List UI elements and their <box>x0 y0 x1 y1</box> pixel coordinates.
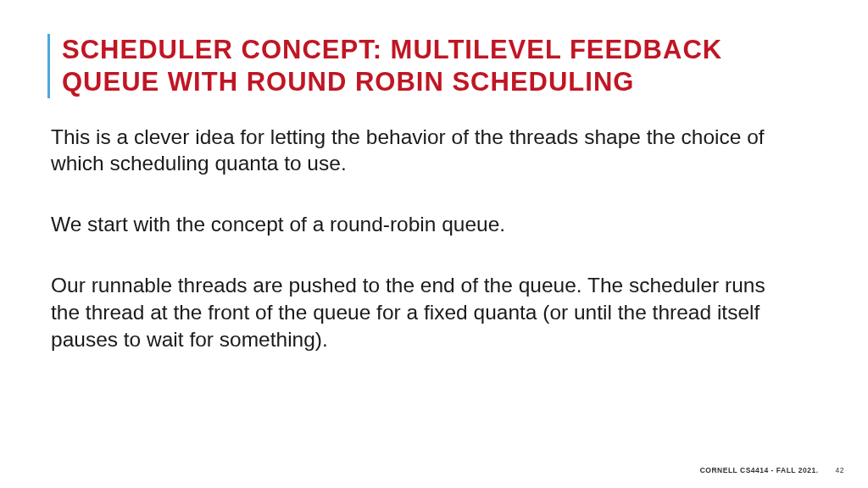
paragraph: Our runnable threads are pushed to the e… <box>51 272 787 353</box>
title-block: SCHEDULER CONCEPT: MULTILEVEL FEEDBACK Q… <box>47 34 821 98</box>
paragraph: This is a clever idea for letting the be… <box>51 124 787 178</box>
slide-body: This is a clever idea for letting the be… <box>47 124 821 353</box>
footer-page-number: 42 <box>836 466 844 474</box>
slide-title: SCHEDULER CONCEPT: MULTILEVEL FEEDBACK Q… <box>62 34 821 98</box>
slide: SCHEDULER CONCEPT: MULTILEVEL FEEDBACK Q… <box>0 0 868 488</box>
paragraph: We start with the concept of a round-rob… <box>51 211 787 238</box>
slide-footer: CORNELL CS4414 - FALL 2021. 42 <box>700 466 844 474</box>
footer-course: CORNELL CS4414 - FALL 2021. <box>700 466 819 474</box>
